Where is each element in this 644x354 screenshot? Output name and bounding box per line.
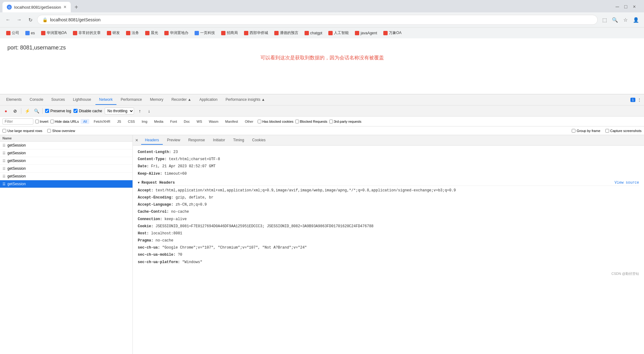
type-filter-manifest[interactable]: Manifest xyxy=(223,119,241,124)
has-blocked-cookies-checkbox[interactable]: Has blocked cookies xyxy=(258,120,293,123)
preserve-log-checkbox[interactable]: Preserve log xyxy=(45,109,71,113)
filter-input[interactable] xyxy=(2,118,33,125)
table-row-selected[interactable]: ☰ getSession xyxy=(0,180,133,188)
download-button[interactable]: ↓ xyxy=(146,108,153,114)
bookmark-item-9[interactable]: 招商局 xyxy=(219,29,240,36)
toolbar-divider-1 xyxy=(21,108,21,114)
tab-lighthouse[interactable]: Lighthouse xyxy=(69,95,95,105)
bookmark-item-6[interactable]: 晨光 xyxy=(143,29,161,36)
type-filter-doc[interactable]: Doc xyxy=(181,119,192,124)
bookmark-button[interactable]: ☆ xyxy=(621,15,630,24)
view-source-button[interactable]: View source xyxy=(615,181,639,185)
close-window-button[interactable]: × xyxy=(633,4,639,10)
bookmark-item-13[interactable]: 人工智能 xyxy=(326,29,351,36)
tab-application[interactable]: Application xyxy=(196,95,221,105)
tab-recorder[interactable]: Recorder ▲ xyxy=(168,95,195,105)
type-filter-js[interactable]: JS xyxy=(115,119,124,124)
type-filter-media[interactable]: Media xyxy=(152,119,166,124)
zoom-button[interactable]: 🔍 xyxy=(611,15,619,24)
cast-button[interactable]: ⬚ xyxy=(600,15,609,24)
tab-console[interactable]: Console xyxy=(26,95,47,105)
upload-button[interactable]: ↑ xyxy=(137,108,143,114)
throttle-select[interactable]: No throttling Fast 3G Slow 3G Offline xyxy=(105,108,134,114)
invert-checkbox[interactable]: Invert xyxy=(35,120,48,123)
table-row[interactable]: ☰ getSession xyxy=(0,173,133,180)
detail-tab-initiator[interactable]: Initiator xyxy=(209,136,229,145)
has-blocked-cookies-label: Has blocked cookies xyxy=(262,120,293,123)
options-right: Group by frame Capture screenshots xyxy=(572,129,642,133)
bookmark-label-15: 万象OA xyxy=(389,30,402,36)
tab-memory[interactable]: Memory xyxy=(146,95,167,105)
bookmark-item-10[interactable]: 西部华侨城 xyxy=(242,29,271,36)
back-button[interactable]: ← xyxy=(4,15,12,24)
table-row[interactable]: ☰ getSession xyxy=(0,157,133,165)
tab-close-btn[interactable]: × xyxy=(64,4,66,10)
bookmark-item-15[interactable]: 万象OA xyxy=(381,29,404,36)
table-row[interactable]: ☰ getSession xyxy=(0,149,133,157)
capture-screenshots-checkbox[interactable]: Capture screenshots xyxy=(605,129,642,133)
large-rows-checkbox[interactable]: Use large request rows xyxy=(2,129,42,133)
type-filter-fetch[interactable]: Fetch/XHR xyxy=(91,119,113,124)
tab-elements[interactable]: Elements xyxy=(2,95,25,105)
request-headers-title[interactable]: Request Headers xyxy=(138,181,175,185)
type-filter-img[interactable]: Img xyxy=(139,119,150,124)
record-button[interactable]: ● xyxy=(2,108,9,114)
request-header-pragma: Pragma: no-cache xyxy=(138,238,639,244)
bookmark-item-7[interactable]: 华润置地办 xyxy=(162,29,191,36)
bookmark-item-3[interactable]: 非常好的文章 xyxy=(70,29,103,36)
bookmark-item-1[interactable]: es xyxy=(23,30,37,36)
type-filter-font[interactable]: Font xyxy=(168,119,179,124)
detail-tab-headers[interactable]: Headers xyxy=(141,136,162,145)
bookmark-label-2: 华润置地OA xyxy=(47,30,67,36)
url-bar[interactable]: 🔒 localhost:8081/getSession xyxy=(37,15,598,25)
type-filter-wasm[interactable]: Wasm xyxy=(206,119,221,124)
tab-performance-insights[interactable]: Performance insights ▲ xyxy=(222,95,269,105)
blocked-requests-checkbox[interactable]: Blocked Requests xyxy=(295,120,327,123)
detail-tab-cookies[interactable]: Cookies xyxy=(248,136,269,145)
table-row[interactable]: ☰ getSession xyxy=(0,165,133,173)
detail-tab-response[interactable]: Response xyxy=(184,136,208,145)
bookmark-item-2[interactable]: 华润置地OA xyxy=(39,29,69,36)
bookmark-item-4[interactable]: 研发 xyxy=(104,29,122,36)
header-key-sec-ch-ua: sec-ch-ua: xyxy=(138,245,162,250)
bookmark-item-8[interactable]: 一页科技 xyxy=(192,29,217,36)
type-filter-other[interactable]: Other xyxy=(242,119,256,124)
detail-tab-preview[interactable]: Preview xyxy=(163,136,184,145)
new-tab-button[interactable]: + xyxy=(72,3,81,11)
bookmark-item-14[interactable]: javaAgent xyxy=(352,30,379,36)
search-button[interactable]: 🔍 xyxy=(33,108,40,114)
tab-sources[interactable]: Sources xyxy=(48,95,69,105)
tab-network[interactable]: Network xyxy=(95,95,116,105)
bookmark-item-11[interactable]: 潘德的预言 xyxy=(272,29,301,36)
toolbar-divider-2 xyxy=(42,108,43,114)
minimize-button[interactable]: ─ xyxy=(616,4,622,10)
bookmark-icon-3 xyxy=(73,31,77,35)
table-row[interactable]: ☰ getSession xyxy=(0,142,133,149)
disable-cache-checkbox[interactable]: Disable cache xyxy=(74,109,102,113)
detail-close-button[interactable]: × xyxy=(135,138,138,143)
forward-button[interactable]: → xyxy=(15,15,23,24)
refresh-button[interactable]: ↻ xyxy=(26,15,35,24)
clear-button[interactable]: ⊘ xyxy=(12,108,19,114)
devtools-more-button[interactable]: ⋮ xyxy=(637,97,642,102)
active-tab[interactable]: ⊙ localhost:8081/getSession × xyxy=(2,2,71,12)
third-party-checkbox[interactable]: 3rd-party requests xyxy=(329,120,361,123)
type-filter-all[interactable]: All xyxy=(81,119,89,124)
type-filter-ws[interactable]: WS xyxy=(194,119,205,124)
show-overview-checkbox[interactable]: Show overview xyxy=(47,129,75,133)
request-icon-4: ☰ xyxy=(2,174,6,178)
request-header-accept-language: Accept-Language: zh-CN,zh;q=0.9 xyxy=(138,202,639,208)
bookmark-item-12[interactable]: chatgpt xyxy=(302,30,325,36)
bookmark-item-5[interactable]: 法务 xyxy=(124,29,141,36)
detail-tab-timing[interactable]: Timing xyxy=(229,136,248,145)
maximize-button[interactable]: □ xyxy=(624,4,630,10)
profile-button[interactable]: 👤 xyxy=(632,15,640,24)
bookmark-label-9: 招商局 xyxy=(227,30,238,36)
bookmark-item-0[interactable]: 公司 xyxy=(4,29,22,36)
response-header-content-length: Content-Length: 23 xyxy=(138,149,639,155)
group-by-frame-checkbox[interactable]: Group by frame xyxy=(572,129,600,133)
type-filter-css[interactable]: CSS xyxy=(125,119,137,124)
filter-button[interactable]: ⚡ xyxy=(24,108,31,114)
hide-urls-checkbox[interactable]: Hide data URLs xyxy=(50,120,79,123)
tab-performance[interactable]: Performance xyxy=(117,95,146,105)
